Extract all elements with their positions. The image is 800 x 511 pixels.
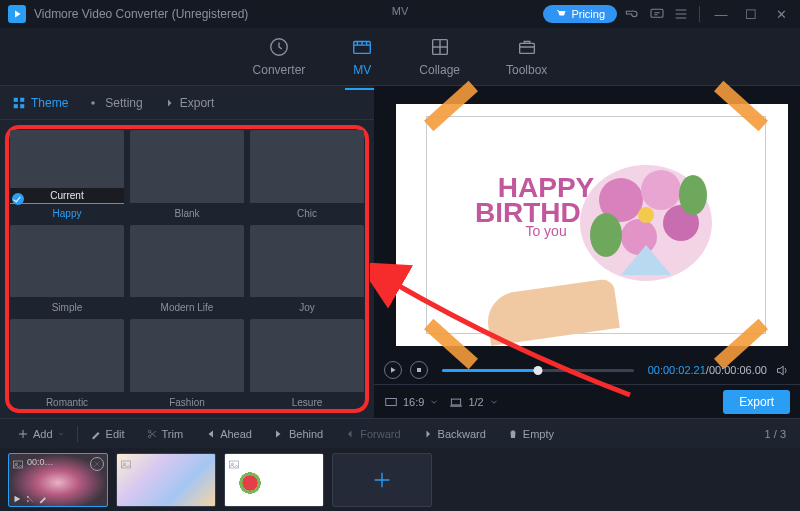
timeline: 00:0… [0,448,800,511]
svg-point-15 [590,213,622,257]
volume-icon[interactable] [775,363,790,378]
tab-collage[interactable]: Collage [419,36,460,77]
play-icon[interactable] [12,494,22,504]
theme-label: Modern Life [130,302,244,313]
behind-button[interactable]: Behind [264,424,332,444]
image-icon [120,457,132,475]
menu-icon[interactable] [673,6,689,22]
trash-icon [507,428,519,440]
clip-2[interactable] [116,453,216,507]
theme-lesure[interactable]: Lesure [250,319,364,408]
svg-rect-8 [20,104,24,108]
hand-illustration [484,278,620,346]
stop-button[interactable] [410,361,428,379]
theme-joy[interactable]: Joy [250,225,364,314]
gear-icon [86,96,100,110]
svg-point-23 [148,435,151,438]
play-button[interactable] [384,361,402,379]
theme-label: Joy [250,302,364,313]
aspect-ratio-selector[interactable]: 16:9 [384,395,439,409]
tab-mv-label: MV [351,63,373,77]
empty-button[interactable]: Empty [498,424,563,444]
backward-button[interactable]: Backward [413,424,495,444]
add-clip-button[interactable] [332,453,432,507]
left-tab-export[interactable]: Export [161,96,215,110]
left-panel: Theme Setting Export Current Happy Blank… [0,86,374,418]
clip-1[interactable]: 00:0… [8,453,108,507]
chevron-down-icon [489,397,499,407]
aspect-icon [384,395,398,409]
theme-label: Lesure [250,397,364,408]
current-tag: Current [10,188,124,203]
minimize-button[interactable]: — [710,7,732,22]
edit-icon[interactable] [38,494,48,504]
edit-button[interactable]: Edit [81,424,134,444]
theme-happy[interactable]: Current Happy [10,130,124,219]
theme-chic[interactable]: Chic [250,130,364,219]
key-icon[interactable] [625,6,641,22]
tab-converter[interactable]: Converter [253,36,306,77]
svg-point-27 [27,500,29,502]
theme-label: Fashion [130,397,244,408]
message-icon[interactable] [649,6,665,22]
skip-end-icon [273,428,285,440]
theme-fashion[interactable]: Fashion [130,319,244,408]
scissors-icon [146,428,158,440]
fit-value: 1/2 [468,396,483,408]
svg-point-17 [638,207,654,223]
left-tab-export-label: Export [180,96,215,110]
image-icon [228,457,240,475]
export-icon [161,96,175,110]
svg-point-22 [148,430,151,433]
svg-rect-4 [519,43,534,53]
fit-selector[interactable]: 1/2 [449,395,498,409]
converter-icon [268,36,290,58]
forward-button[interactable]: Forward [335,424,409,444]
ahead-button[interactable]: Ahead [195,424,261,444]
add-button[interactable]: Add [8,424,74,444]
preview-frame: HAPPY BIRTHDAY To you [426,116,766,334]
svg-rect-21 [451,405,463,406]
seek-slider[interactable] [442,369,634,372]
svg-rect-19 [386,398,397,405]
left-tab-theme[interactable]: Theme [12,96,68,110]
tab-toolbox-label: Toolbox [506,63,547,77]
svg-point-26 [27,496,29,498]
theme-simple[interactable]: Simple [10,225,124,314]
pricing-button[interactable]: Pricing [543,5,617,23]
export-button[interactable]: Export [723,390,790,414]
tab-mv[interactable]: MV [351,36,373,77]
svg-rect-7 [14,104,18,108]
theme-blank[interactable]: Blank [130,130,244,219]
trim-icon[interactable] [25,494,35,504]
preview-canvas: HAPPY BIRTHDAY To you [396,104,788,346]
chevron-left-icon [344,428,356,440]
left-tab-setting[interactable]: Setting [86,96,142,110]
tab-toolbox[interactable]: Toolbox [506,36,547,77]
main-tab-bar: Converter MV Collage Toolbox [0,28,800,86]
theme-romantic[interactable]: Romantic [10,319,124,408]
check-icon [12,193,24,205]
page-indicator: 1 / 3 [765,428,792,440]
close-button[interactable]: ✕ [770,7,792,22]
clip-remove-button[interactable] [90,457,104,471]
theme-modern-life[interactable]: Modern Life [130,225,244,314]
left-tab-theme-label: Theme [31,96,68,110]
tape-decoration [714,81,768,132]
mv-mode-label: MV [392,5,409,17]
theme-label: Blank [130,208,244,219]
clip-toolbar: Add Edit Trim Ahead Behind Forward Backw… [0,418,800,448]
theme-label: Chic [250,208,364,219]
fit-icon [449,395,463,409]
svg-point-14 [621,219,657,255]
svg-point-12 [641,170,681,210]
maximize-button[interactable]: ☐ [740,7,762,22]
toolbox-icon [516,36,538,58]
left-tab-setting-label: Setting [105,96,142,110]
svg-point-16 [679,175,707,215]
collage-icon [429,36,451,58]
clip-3[interactable] [224,453,324,507]
theme-label: Simple [10,302,124,313]
theme-label: Romantic [10,397,124,408]
trim-button[interactable]: Trim [137,424,193,444]
